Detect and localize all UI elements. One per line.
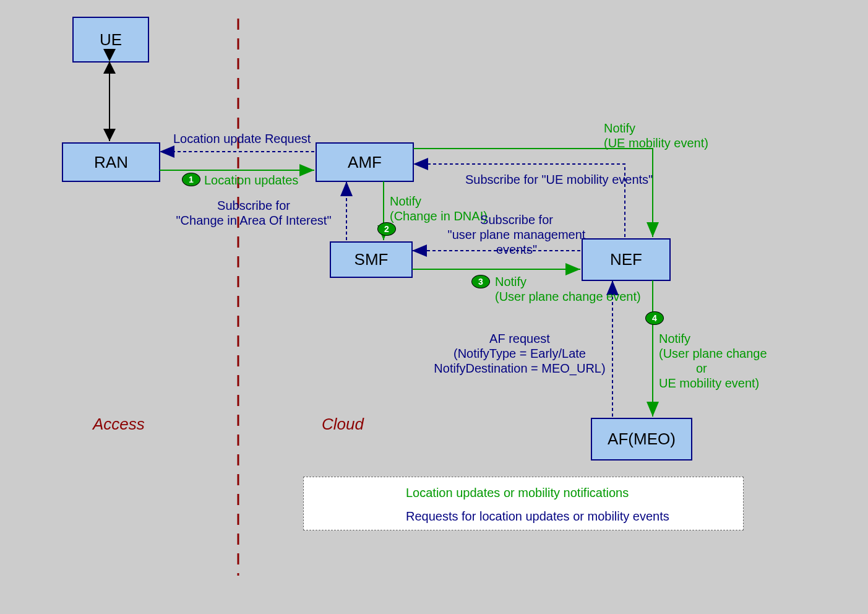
nf-3: or: [696, 361, 707, 376]
amf-label: AMF: [348, 153, 382, 172]
access-region: Access: [93, 415, 145, 434]
notify-ue-mobility: Notify (UE mobility event): [604, 121, 708, 150]
subscribe-upm: Subscribe for "user plane management eve…: [445, 212, 588, 257]
notify-final: Notify (User plane change or UE mobility…: [659, 331, 767, 391]
sub-upm-2: "user plane management: [448, 228, 586, 241]
notify-dnai-1: Notify: [390, 194, 421, 208]
notify-uem-1: Notify: [604, 121, 635, 135]
afr-1: AF request: [489, 332, 550, 345]
ran-label: RAN: [94, 153, 128, 172]
amf-box: AMF: [316, 142, 414, 182]
nef-label: NEF: [610, 250, 642, 269]
notify-upc-1: Notify: [495, 275, 526, 288]
legend-blue: Requests for location updates or mobilit…: [406, 509, 820, 524]
badge-3: 3: [471, 275, 490, 288]
nf-1: Notify: [659, 332, 690, 345]
sub-aoi-1: Subscribe for: [217, 199, 290, 212]
badge-4: 4: [645, 311, 664, 325]
nf-2: (User plane change: [659, 347, 767, 360]
legend-green: Location updates or mobility notificatio…: [406, 485, 820, 500]
sub-upm-1: Subscribe for: [480, 213, 553, 227]
ue-label: UE: [100, 30, 122, 50]
cloud-region: Cloud: [322, 415, 364, 434]
badge-2: 2: [377, 222, 396, 236]
ue-box: UE: [72, 17, 149, 63]
afr-3: NotifyDestination = MEO_URL): [434, 361, 605, 375]
subscribe-aoi: Subscribe for "Change in Area Of Interes…: [173, 198, 334, 228]
nf-4: UE mobility event): [659, 376, 759, 390]
afmeo-box: AF(MEO): [591, 418, 692, 460]
sub-upm-3: events": [496, 243, 537, 256]
notify-upc-2: (User plane change event): [495, 290, 641, 303]
notify-upc: Notify (User plane change event): [495, 274, 641, 304]
location-update-request: Location update Request: [173, 131, 311, 146]
location-updates: Location updates: [204, 173, 298, 188]
af-request: AF request (NotifyType = Early/Late Noti…: [433, 331, 606, 376]
legend-box: Location updates or mobility notificatio…: [303, 477, 744, 530]
afr-2: (NotifyType = Early/Late: [453, 347, 586, 360]
afmeo-label: AF(MEO): [608, 430, 676, 449]
ran-box: RAN: [62, 142, 160, 182]
subscribe-ue-mobility: Subscribe for "UE mobility events": [465, 172, 653, 187]
notify-uem-2: (UE mobility event): [604, 136, 708, 150]
smf-label: SMF: [355, 250, 389, 269]
badge-1: 1: [182, 173, 200, 186]
smf-box: SMF: [330, 241, 413, 278]
sub-aoi-2: "Change in Area Of Interest": [176, 214, 331, 227]
